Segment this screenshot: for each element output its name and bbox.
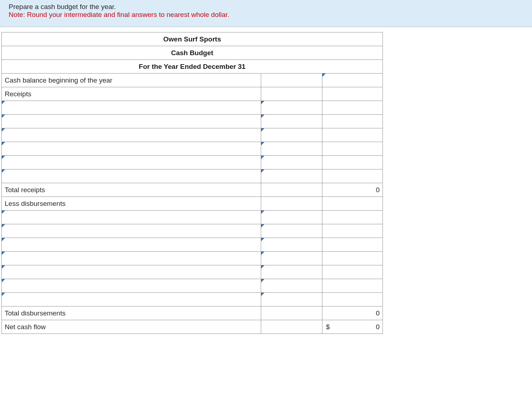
- instruction-line-1: Prepare a cash budget for the year.: [9, 3, 528, 11]
- input-disb-amt-1[interactable]: [261, 211, 322, 224]
- cell-blank: [322, 142, 383, 156]
- value-total-receipts: 0: [322, 183, 383, 197]
- input-disb-amt-2[interactable]: [261, 224, 322, 238]
- input-receipt-desc-4[interactable]: [2, 142, 261, 156]
- input-receipt-amt-1[interactable]: [261, 101, 322, 115]
- cell-blank: [261, 87, 322, 101]
- input-receipt-amt-6[interactable]: [261, 169, 322, 183]
- cell-blank: [261, 74, 322, 87]
- input-disb-desc-6[interactable]: [2, 279, 261, 293]
- header-title: Cash Budget: [2, 46, 383, 60]
- instruction-line-2: Note: Round your intermediate and final …: [9, 11, 528, 19]
- cell-blank: [322, 115, 383, 128]
- input-cash-balance-beginning[interactable]: [322, 74, 383, 87]
- row-less-disbursements: Less disbursements: [2, 197, 261, 211]
- cell-blank: [322, 238, 383, 252]
- row-receipts-label: Receipts: [2, 87, 261, 101]
- cell-blank: [322, 224, 383, 238]
- input-receipt-desc-3[interactable]: [2, 128, 261, 142]
- cell-blank: [322, 197, 383, 211]
- header-period: For the Year Ended December 31: [2, 60, 383, 74]
- input-disb-desc-1[interactable]: [2, 211, 261, 224]
- currency-symbol: $: [326, 323, 330, 331]
- cash-budget-table: Owen Surf Sports Cash Budget For the Yea…: [1, 32, 383, 334]
- row-total-disbursements: Total disbursements: [2, 306, 261, 320]
- input-disb-desc-2[interactable]: [2, 224, 261, 238]
- input-disb-amt-4[interactable]: [261, 252, 322, 265]
- input-receipt-amt-4[interactable]: [261, 142, 322, 156]
- cell-blank: [322, 252, 383, 265]
- value-total-disbursements: 0: [322, 306, 383, 320]
- input-receipt-amt-2[interactable]: [261, 115, 322, 128]
- input-disb-amt-6[interactable]: [261, 279, 322, 293]
- input-disb-desc-7[interactable]: [2, 293, 261, 306]
- input-disb-desc-3[interactable]: [2, 238, 261, 252]
- instructions-panel: Prepare a cash budget for the year. Note…: [0, 0, 532, 27]
- cell-blank: [322, 169, 383, 183]
- header-company: Owen Surf Sports: [2, 32, 383, 46]
- cell-blank: [322, 211, 383, 224]
- input-receipt-amt-3[interactable]: [261, 128, 322, 142]
- cell-blank: [322, 101, 383, 115]
- cell-blank: [261, 183, 322, 197]
- cell-blank: [322, 293, 383, 306]
- value-net-cash-flow-number: 0: [376, 323, 380, 331]
- row-total-receipts: Total receipts: [2, 183, 261, 197]
- input-disb-desc-5[interactable]: [2, 265, 261, 279]
- cell-blank: [322, 87, 383, 101]
- cell-blank: [322, 265, 383, 279]
- cell-blank: [261, 197, 322, 211]
- input-receipt-desc-2[interactable]: [2, 115, 261, 128]
- input-receipt-desc-6[interactable]: [2, 169, 261, 183]
- cell-blank: [322, 156, 383, 169]
- value-net-cash-flow: $ 0: [322, 320, 383, 334]
- input-disb-amt-7[interactable]: [261, 293, 322, 306]
- input-disb-amt-3[interactable]: [261, 238, 322, 252]
- cell-blank: [261, 306, 322, 320]
- cell-blank: [322, 279, 383, 293]
- input-receipt-desc-5[interactable]: [2, 156, 261, 169]
- input-receipt-amt-5[interactable]: [261, 156, 322, 169]
- input-disb-amt-5[interactable]: [261, 265, 322, 279]
- input-receipt-desc-1[interactable]: [2, 101, 261, 115]
- row-cash-balance-beginning: Cash balance beginning of the year: [2, 74, 261, 87]
- cell-blank: [322, 128, 383, 142]
- cell-blank: [261, 320, 322, 334]
- row-net-cash-flow: Net cash flow: [2, 320, 261, 334]
- input-disb-desc-4[interactable]: [2, 252, 261, 265]
